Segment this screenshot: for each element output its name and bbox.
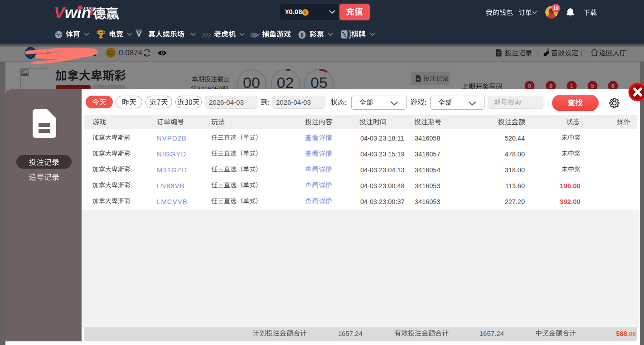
- svg-text:¥: ¥: [304, 10, 307, 15]
- svg-text:19: 19: [553, 5, 558, 11]
- svg-text:8: 8: [300, 32, 304, 38]
